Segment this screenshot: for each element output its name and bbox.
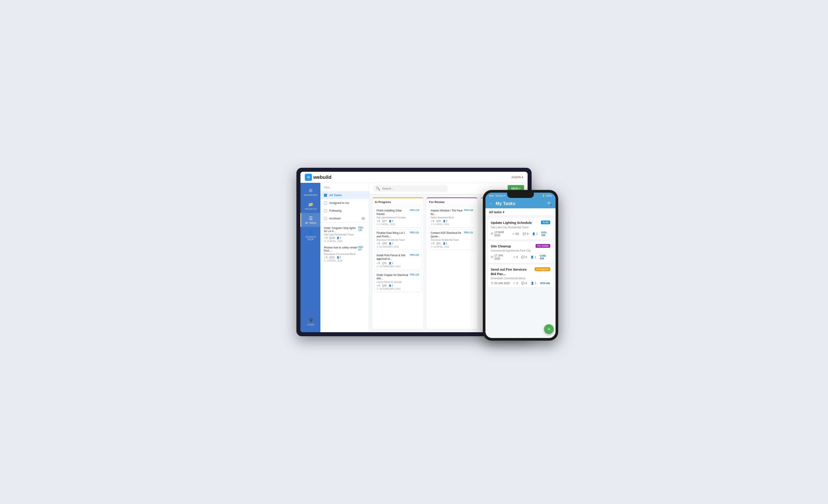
sidebar: ⊞ DASHBOARD 📁 PROJECTS ☰ MY TASKS 👤 ADDR… xyxy=(300,183,320,332)
checks-icon: ✓ 0 xyxy=(324,237,328,239)
tasks-icon: ☰ xyxy=(309,216,313,221)
task-card[interactable]: Inspect Window / Tint Face for... PRO-12… xyxy=(428,207,476,228)
phone-task-checks: ✓ 0/1 xyxy=(512,232,519,235)
task-date: ⏱ 10 APRIL, 2019 xyxy=(324,260,365,262)
task-proj: PRO-135 xyxy=(358,227,365,231)
task-list-title: Review how to safely render front ... xyxy=(324,246,358,252)
phone-screen: ●●●○ Verizon ▾ 1:57 🔋 100% ← My Tasks 🔍 … xyxy=(486,193,555,338)
phone-task-card[interactable]: Send out Fire Services Bid Pac... In pro… xyxy=(488,265,553,287)
task-list-sub: Downtown Commercial Block xyxy=(324,253,365,255)
filter-panel: Filter... All Tasks Assigned to me Follo… xyxy=(320,183,369,332)
task-card[interactable]: Order Copper for Electrical slot... PRO-… xyxy=(374,272,421,292)
filter-all-label: All Tasks xyxy=(329,193,342,197)
sidebar-item-dashboard[interactable]: ⊞ DASHBOARD xyxy=(300,185,320,199)
guide-icon: 🎓 xyxy=(308,317,314,323)
users-icon: 👤 5 xyxy=(337,256,341,259)
column-for-review: For Review Inspect Window / Tint Face fo… xyxy=(426,197,478,329)
checks-icon: ✓ 0 xyxy=(324,256,328,259)
filter-checkbox-assigned xyxy=(324,201,327,204)
task-proj: PRO-137 xyxy=(358,246,365,251)
filter-assigned-label: Assigned to me xyxy=(329,201,349,204)
phone-nav-bar: ← My Tasks 🔍 xyxy=(486,199,555,208)
filter-checkbox-archived xyxy=(324,217,327,220)
phone-status-badge: For review xyxy=(536,244,550,248)
sidebar-item-label: ADDRESS BOOK xyxy=(303,236,319,241)
filter-archived[interactable]: Archived 5 xyxy=(320,215,369,222)
phone-task-users: 👤 1 xyxy=(531,256,536,259)
filter-archived-badge: 5 xyxy=(361,217,365,220)
sidebar-item-my-tasks[interactable]: ☰ MY TASKS xyxy=(300,213,320,227)
task-card[interactable]: Install Pool Fence & Get approval of... … xyxy=(374,252,421,270)
phone-task-date: ⏱ 17 JAN 2020 xyxy=(491,254,510,260)
task-card[interactable]: Finish installing Solar Panels PRO-119 S… xyxy=(374,207,421,228)
phone-task-checks: ✓ 0 xyxy=(513,282,518,285)
sidebar-item-guide[interactable]: 🎓 GUIDE xyxy=(305,315,316,329)
sidebar-item-projects[interactable]: 📁 PROJECTS xyxy=(300,199,320,213)
phone-task-users: 👤 1 xyxy=(532,232,538,235)
phone-tasks-list: Update Lighting Schedule To do Salt Lake… xyxy=(486,216,555,338)
phone-nav-title: My Tasks xyxy=(496,201,544,206)
phone-task-date: ⏱ 25 JAN 2020 xyxy=(491,282,510,285)
logo-icon: ⚙ xyxy=(305,174,312,181)
dashboard-icon: ⊞ xyxy=(309,188,313,193)
phone-back-icon[interactable]: ← xyxy=(489,201,493,206)
filter-tasks-list: Order Tungsten Strip lights for Lvl 4...… xyxy=(320,223,369,266)
sidebar-bottom: 🎓 GUIDE xyxy=(305,315,316,332)
sidebar-item-label: MY TASKS xyxy=(305,222,316,224)
phone-status-badge: To do xyxy=(541,221,550,224)
filter-checkbox-following xyxy=(324,209,327,212)
filter-all-tasks[interactable]: All Tasks xyxy=(320,191,369,199)
column-body: Inspect Window / Tint Face for... PRO-12… xyxy=(426,205,478,329)
phone-battery: 🔋 100% xyxy=(542,194,552,197)
filter-following-label: Following xyxy=(329,209,341,212)
phone-task-users: 👤 1 xyxy=(531,282,536,285)
search-input[interactable] xyxy=(382,187,445,190)
column-body: Finish installing Solar Panels PRO-119 S… xyxy=(372,205,423,329)
list-item[interactable]: Review how to safely render front ... PR… xyxy=(320,244,369,264)
phone-task-card[interactable]: Site Cleanup For review Commercial Apart… xyxy=(488,241,553,263)
filter-header: Filter... xyxy=(320,183,369,191)
comments-icon: 💬 13 xyxy=(329,237,335,239)
phone-carrier: ●●●○ Verizon ▾ xyxy=(489,194,506,197)
filter-following[interactable]: Following xyxy=(320,207,369,215)
column-in-progress: In Progress Finish installing Solar Pane… xyxy=(372,197,423,329)
task-list-title: Order Tungsten Strip lights for Lvl 4... xyxy=(324,227,358,233)
phone-task-project: COM-438 xyxy=(540,255,550,260)
phone-task-project: SYD-435 xyxy=(541,231,550,236)
phone-task-checks: ✓ 0 xyxy=(513,256,518,259)
task-list-meta: ✓ 0 💬 11 👤 5 xyxy=(324,256,365,259)
top-bar: ⚙ webuild JASON ▾ xyxy=(300,172,528,183)
sidebar-item-label: DASHBOARD xyxy=(304,194,318,196)
phone-fab-button[interactable]: + xyxy=(544,324,554,334)
tablet-device: ⚙ webuild JASON ▾ ⊞ DASHBOARD 📁 PROJECTS… xyxy=(296,168,532,336)
logo: ⚙ webuild xyxy=(305,174,331,181)
phone-notch xyxy=(507,193,534,198)
phone-task-comments: 💬 0 xyxy=(523,232,529,235)
projects-icon: 📁 xyxy=(308,202,314,207)
task-list-meta: ✓ 0 💬 13 👤 2 xyxy=(324,237,365,239)
filter-assigned[interactable]: Assigned to me xyxy=(320,199,369,207)
task-card[interactable]: Contact AGF Electrical for Quote... PRO-… xyxy=(428,229,476,250)
address-book-icon: 👤 xyxy=(308,230,314,235)
column-header-for-review: For Review xyxy=(426,198,478,205)
sidebar-item-label: PROJECTS xyxy=(305,208,317,210)
column-header-in-progress: In Progress xyxy=(372,198,423,205)
phone-task-project: RYD-441 xyxy=(540,282,550,285)
task-date: ⏱ 10 APRIL, 2019 xyxy=(324,240,365,242)
filter-archived-label: Archived xyxy=(329,217,340,220)
phone-device: ●●●○ Verizon ▾ 1:57 🔋 100% ← My Tasks 🔍 … xyxy=(483,190,558,341)
phone-status-badge: In progress xyxy=(535,267,550,271)
search-bar[interactable]: 🔍 xyxy=(373,185,448,192)
task-card[interactable]: Finalise East Wing Lvl 1 and Finish... P… xyxy=(374,229,421,250)
filter-checkbox-all xyxy=(324,194,327,197)
comments-icon: 💬 11 xyxy=(329,256,335,259)
phone-search-icon[interactable]: 🔍 xyxy=(547,201,552,206)
phone-task-date: ⏱ 13 MAR 2020 xyxy=(491,231,509,237)
task-list-sub: Salt Lake Residential Tower xyxy=(324,233,365,236)
phone-filter-button[interactable]: All tasks ▾ xyxy=(489,210,504,214)
list-item[interactable]: Order Tungsten Strip lights for Lvl 4...… xyxy=(320,225,369,244)
logo-text: webuild xyxy=(313,174,331,180)
sidebar-item-address-book[interactable]: 👤 ADDRESS BOOK xyxy=(300,227,320,243)
phone-task-card[interactable]: Update Lighting Schedule To do Salt Lake… xyxy=(488,218,553,240)
user-menu[interactable]: JASON ▾ xyxy=(511,176,523,179)
